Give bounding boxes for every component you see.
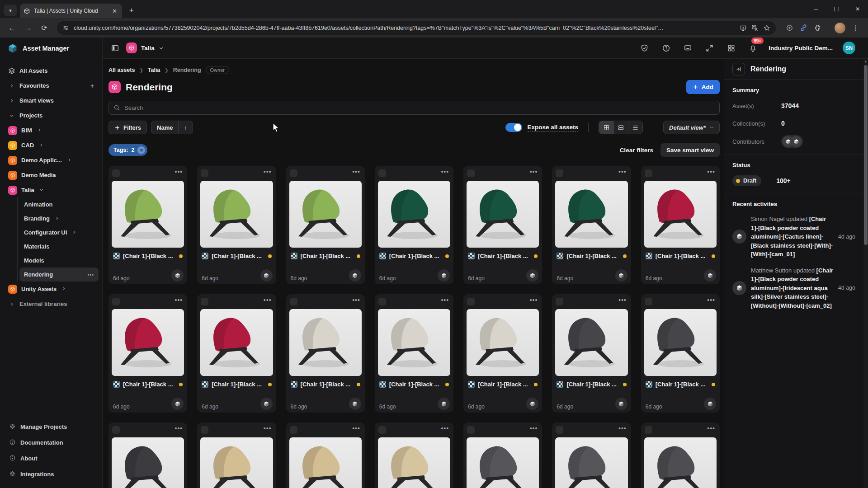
card-checkbox[interactable] [290, 169, 297, 177]
sort-direction-icon[interactable]: ↑ [178, 121, 193, 134]
card-checkbox[interactable] [467, 426, 475, 434]
install-icon[interactable] [740, 24, 747, 32]
organization-name[interactable]: Industry Public Dem... [769, 45, 833, 52]
card-checkbox[interactable] [201, 169, 208, 177]
add-favourite-icon[interactable]: + [90, 82, 94, 89]
contributor-avatars[interactable] [781, 135, 803, 148]
card-menu-icon[interactable]: ••• [530, 426, 538, 431]
card-checkbox[interactable] [112, 169, 120, 177]
unity-source-icon[interactable] [526, 398, 538, 410]
extensions-puzzle-icon[interactable] [814, 24, 821, 32]
unity-source-icon[interactable] [438, 269, 450, 282]
sidebar-toggle-icon[interactable] [109, 42, 121, 54]
asset-card[interactable]: ••• [Chair 1]-[Black ... 6d ago [108, 294, 187, 413]
fullscreen-icon[interactable] [703, 42, 715, 54]
user-avatar[interactable]: SN [843, 42, 855, 54]
privacy-shield-icon[interactable] [638, 42, 650, 54]
browser-tab[interactable]: Talia | Assets | Unity Cloud ✕ [20, 4, 122, 18]
sidebar-item-documentation[interactable]: Documentation [4, 435, 99, 450]
view-preset-dropdown[interactable]: Default view* [663, 121, 720, 134]
card-menu-icon[interactable]: ••• [707, 298, 715, 302]
sidebar-item-rendering[interactable]: Rendering••• [19, 267, 99, 282]
expose-all-assets-toggle[interactable] [505, 123, 522, 132]
card-checkbox[interactable] [467, 169, 475, 177]
activity-item[interactable]: Simon Nagel updated [Chair 1]-[Black pow… [732, 215, 855, 259]
card-menu-icon[interactable]: ••• [352, 169, 360, 174]
asset-card[interactable]: ••• [Chair 1]-[Black ... 6d ago [552, 166, 631, 284]
sidebar-item-projects[interactable]: Projects [4, 108, 99, 123]
forward-button[interactable]: → [21, 21, 35, 35]
card-checkbox[interactable] [201, 426, 208, 434]
save-smart-view-button[interactable]: Save smart view [660, 143, 720, 157]
asset-card[interactable]: ••• [Chair 1]-[Black ... 6d ago [197, 294, 276, 413]
asset-card[interactable]: ••• [Chair 1]-[Black ... 6d ago [552, 294, 631, 413]
activity-item[interactable]: Matthew Sutton updated [Chair 1]-[Black … [732, 266, 855, 310]
card-checkbox[interactable] [645, 298, 652, 305]
card-checkbox[interactable] [201, 298, 208, 305]
browser-menu-icon[interactable] [852, 24, 859, 32]
card-menu-icon[interactable]: ••• [175, 169, 183, 174]
row-view-button[interactable] [613, 121, 628, 134]
asset-card[interactable]: ••• [Chair 1]-[Black ... 6d ago [197, 422, 276, 488]
tab-close-icon[interactable]: ✕ [111, 8, 118, 14]
sidebar-item-materials[interactable]: Materials [19, 239, 99, 253]
asset-card[interactable]: ••• [Chair 1]-[Black ... 6d ago [375, 166, 453, 284]
card-checkbox[interactable] [556, 169, 563, 177]
card-menu-icon[interactable]: ••• [707, 169, 715, 174]
unity-source-icon[interactable] [349, 269, 361, 282]
notifications-bell-icon[interactable]: 99+ [747, 42, 759, 54]
card-menu-icon[interactable]: ••• [530, 298, 538, 302]
grid-view-button[interactable] [599, 121, 613, 134]
card-checkbox[interactable] [556, 426, 563, 434]
sidebar-item-demo-applic[interactable]: Demo Applic... [4, 153, 99, 168]
unity-source-icon[interactable] [615, 398, 627, 410]
card-checkbox[interactable] [378, 426, 386, 434]
card-menu-icon[interactable]: ••• [352, 426, 360, 431]
card-menu-icon[interactable]: ••• [530, 169, 538, 174]
card-checkbox[interactable] [290, 426, 297, 434]
item-menu-icon[interactable]: ••• [87, 272, 94, 277]
extension-link-icon[interactable] [800, 24, 807, 32]
remove-tag-filter-icon[interactable]: ✕ [137, 146, 145, 154]
sidebar-item-demo-media[interactable]: Demo Media [4, 168, 99, 183]
asset-card[interactable]: ••• [Chair 1]-[Black ... 6d ago [197, 166, 276, 284]
card-menu-icon[interactable]: ••• [707, 426, 715, 431]
help-icon[interactable] [660, 42, 672, 54]
unity-source-icon[interactable] [349, 398, 361, 410]
apps-grid-icon[interactable] [725, 42, 737, 54]
sidebar-item-animation[interactable]: Animation [19, 197, 99, 211]
filters-button[interactable]: Filters [108, 121, 147, 134]
asset-card[interactable]: ••• [Chair 1]-[Black ... 6d ago [463, 294, 542, 413]
card-checkbox[interactable] [112, 426, 120, 434]
card-menu-icon[interactable]: ••• [441, 426, 449, 431]
card-checkbox[interactable] [645, 426, 652, 434]
feedback-icon[interactable] [682, 42, 693, 54]
asset-card[interactable]: ••• [Chair 1]-[Black ... 6d ago [375, 294, 453, 413]
card-menu-icon[interactable]: ••• [264, 298, 272, 302]
unity-source-icon[interactable] [615, 269, 627, 282]
new-tab-button[interactable]: + [126, 5, 137, 16]
scrollbar-thumb[interactable] [864, 65, 868, 245]
asset-card[interactable]: ••• [Chair 1]-[Black ... 6d ago [286, 422, 365, 488]
card-checkbox[interactable] [378, 298, 386, 305]
sort-button[interactable]: Name ↑ [151, 121, 193, 134]
unity-source-icon[interactable] [260, 398, 273, 410]
back-button[interactable]: ← [5, 21, 19, 35]
asset-card[interactable]: ••• [Chair 1]-[Black ... 6d ago [463, 166, 542, 284]
sidebar-item-talia[interactable]: Talia [4, 183, 99, 197]
translate-icon[interactable] [751, 24, 759, 32]
sidebar-item-favourites[interactable]: Favourites+ [4, 78, 99, 93]
card-menu-icon[interactable]: ••• [618, 298, 627, 302]
unity-source-icon[interactable] [260, 269, 273, 282]
card-menu-icon[interactable]: ••• [264, 426, 272, 431]
sidebar-item-about[interactable]: About [4, 451, 99, 466]
page-scrollbar[interactable]: ▲ [863, 59, 868, 488]
window-minimize-button[interactable]: ─ [806, 0, 826, 18]
asset-card[interactable]: ••• [Chair 1]-[Black ... 6d ago [375, 422, 453, 488]
card-menu-icon[interactable]: ••• [441, 169, 449, 174]
unity-source-icon[interactable] [171, 398, 184, 410]
card-menu-icon[interactable]: ••• [618, 426, 627, 431]
address-bar[interactable]: cloud.unity.com/home/organizations/57738… [57, 21, 776, 35]
asset-card[interactable]: ••• [Chair 1]-[Black ... 6d ago [108, 166, 187, 284]
sidebar-item-branding[interactable]: Branding [19, 211, 99, 225]
